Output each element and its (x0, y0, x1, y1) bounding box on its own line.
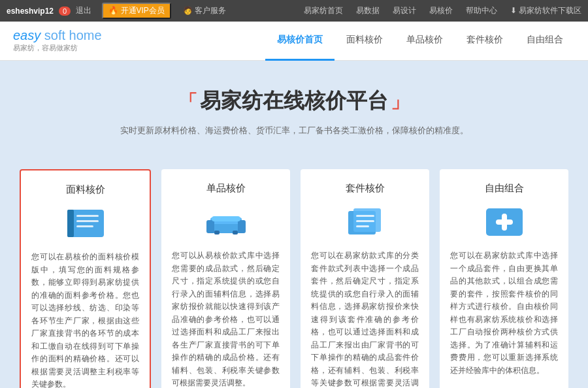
pages-icon (342, 204, 388, 240)
top-nav-links: 易家纺首页 易数据 易设计 易核价 帮助中心 ⬇ 易家纺软件下载区 (304, 5, 581, 16)
svg-rect-2 (76, 215, 99, 217)
hero-title: 易家纺在线核价平台 (179, 87, 409, 116)
hero-subtitle: 实时更新原材料价格、海运费价格、货币汇率，工厂备书各类工激价格，保障核价的精准度… (13, 125, 575, 137)
nav-item-set[interactable]: 套件核价 (455, 22, 515, 61)
svg-rect-3 (76, 220, 99, 222)
logout-button[interactable]: 退出 (76, 5, 91, 16)
card-single-desc: 您可以从易核价款式库中选择您需要的成品款式，然后确定尺寸，指定系统提供的或您自行… (172, 250, 280, 388)
svg-rect-19 (496, 219, 513, 225)
svg-rect-16 (356, 225, 369, 227)
logo: easy soft home 易家纺，容易做家纺 (13, 29, 102, 53)
logo-text: easy soft home (13, 29, 102, 42)
book-icon (63, 205, 108, 242)
card-fabric: 面料核价 您可以在易核价的面料核价模版中，填写您的面料规格参数，能够立即得到易家… (20, 169, 151, 388)
card-fabric-title: 面料核价 (66, 184, 105, 196)
svg-rect-9 (214, 231, 220, 234)
plus-icon (482, 204, 527, 240)
card-fabric-desc: 您可以在易核价的面料核价模版中，填写您的面料规格参数，能够立即得到易家纺提供的准… (31, 251, 139, 388)
card-combo: 自由组合 您可以在易家纺款式库中选择一个成品套件，自由更换其单品的其他款式，以组… (440, 169, 568, 388)
card-set: 套件核价 您可以在易家纺款式库的分类套件款式列表中选择一个成品套件，然后确定尺寸… (301, 169, 429, 388)
username-label: esheshvip12 (7, 7, 54, 16)
primary-nav: 易核价首页 面料核价 单品核价 套件核价 自由组合 (265, 22, 575, 61)
customer-service-link[interactable]: 🧑 客户服务 (183, 5, 226, 16)
nav-item-home[interactable]: 易核价首页 (265, 22, 335, 61)
cards-section: 面料核价 您可以在易核价的面料核价模版中，填写您的面料规格参数，能够立即得到易家… (0, 156, 588, 388)
card-combo-desc: 您可以在易家纺款式库中选择一个成品套件，自由更换其单品的其他款式，以组合成您需要… (450, 250, 558, 388)
nav-item-combo[interactable]: 自由组合 (515, 22, 575, 61)
top-nav-price[interactable]: 易核价 (429, 5, 453, 16)
card-combo-title: 自由组合 (485, 182, 524, 195)
sofa-icon (203, 204, 249, 240)
hero-section: 易家纺在线核价平台 实时更新原材料价格、海运费价格、货币汇率，工厂备书各类工激价… (0, 61, 588, 156)
top-nav-help[interactable]: 帮助中心 (466, 5, 497, 16)
svg-rect-11 (212, 216, 240, 221)
svg-rect-14 (356, 215, 374, 217)
svg-rect-15 (356, 220, 374, 222)
svg-rect-7 (206, 220, 214, 233)
svg-rect-4 (76, 225, 93, 227)
nav-item-fabric[interactable]: 面料核价 (335, 22, 395, 61)
svg-rect-1 (67, 210, 74, 237)
card-single-title: 单品核价 (206, 182, 246, 195)
top-bar: esheshvip12 0 退出 🔥 开通VIP会员 🧑 客户服务 易家纺首页 … (0, 0, 588, 22)
svg-rect-10 (233, 231, 238, 234)
top-nav-download[interactable]: ⬇ 易家纺软件下载区 (510, 5, 581, 16)
notification-badge: 0 (59, 7, 71, 16)
main-navigation: easy soft home 易家纺，容易做家纺 易核价首页 面料核价 单品核价… (0, 22, 588, 61)
top-nav-design[interactable]: 易设计 (393, 5, 416, 16)
card-set-title: 套件核价 (346, 182, 385, 195)
nav-item-single[interactable]: 单品核价 (395, 22, 455, 61)
logo-subtitle: 易家纺，容易做家纺 (13, 43, 102, 53)
top-nav-home[interactable]: 易家纺首页 (304, 5, 343, 16)
card-set-desc: 您可以在易家纺款式库的分类套件款式列表中选择一个成品套件，然后确定尺寸，指定系统… (311, 250, 419, 388)
card-single: 单品核价 您可以从易核价款式库中选择您需要的成品款式，然后确定尺寸，指定系统提供… (161, 169, 290, 388)
top-nav-data[interactable]: 易数据 (356, 5, 380, 16)
vip-button[interactable]: 🔥 开通VIP会员 (102, 3, 171, 19)
svg-rect-8 (238, 220, 246, 233)
